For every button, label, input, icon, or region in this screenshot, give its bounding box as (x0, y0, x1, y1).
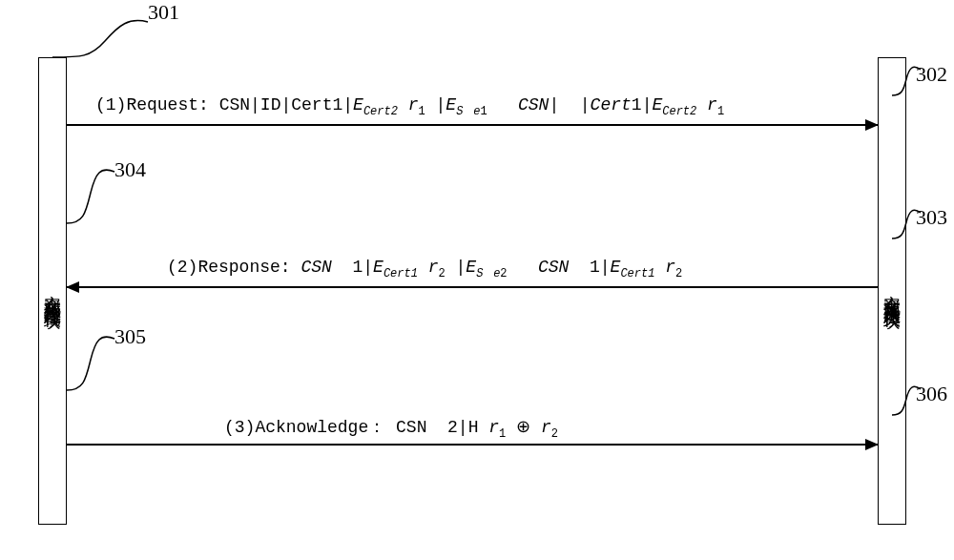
msg1-body: CSN|ID|Cert1|ECert2 r1 |ES e1 CSN| |Cert… (219, 95, 724, 114)
msg2-prefix: (2)Response: (167, 258, 291, 277)
arrow-ack-head (865, 439, 879, 450)
actor-left-lifeline: 安全视频监控终端模块 (38, 57, 67, 525)
callout-302: 302 (916, 62, 947, 87)
arrow-request-head (865, 119, 879, 131)
msg1-prefix: (1)Request: (95, 95, 209, 114)
actor-left-title: 安全视频监控终端模块 (41, 281, 64, 301)
callout-305: 305 (114, 324, 146, 349)
actor-right-title: 安全视频接入网关模块 (881, 281, 903, 301)
arrow-ack (67, 444, 878, 446)
callout-301-leader (52, 17, 157, 65)
msg-response-label: (2)Response: CSN 1|ECert1 r2 |ES e2 CSN … (167, 258, 682, 280)
msg3-body: CSN 2|H r1 ⊕ r2 (396, 418, 558, 437)
arrow-response-head (66, 281, 79, 293)
msg3-prefix: (3)Acknowledge： (224, 418, 385, 437)
callout-301: 301 (148, 0, 179, 25)
msg-request-label: (1)Request: CSN|ID|Cert1|ECert2 r1 |ES e… (95, 95, 724, 118)
arrow-request (67, 124, 878, 126)
msg2-body: CSN 1|ECert1 r2 |ES e2 CSN 1|ECert1 r2 (301, 258, 682, 277)
msg-ack-label: (3)Acknowledge： CSN 2|H r1 ⊕ r2 (224, 415, 558, 441)
callout-306: 306 (916, 382, 947, 406)
diagram-root: 安全视频监控终端模块 安全视频接入网关模块 301 302 303 304 30… (0, 0, 954, 560)
callout-303: 303 (916, 205, 947, 230)
arrow-response (67, 286, 878, 288)
callout-304: 304 (114, 157, 146, 182)
actor-right-lifeline: 安全视频接入网关模块 (878, 57, 906, 525)
